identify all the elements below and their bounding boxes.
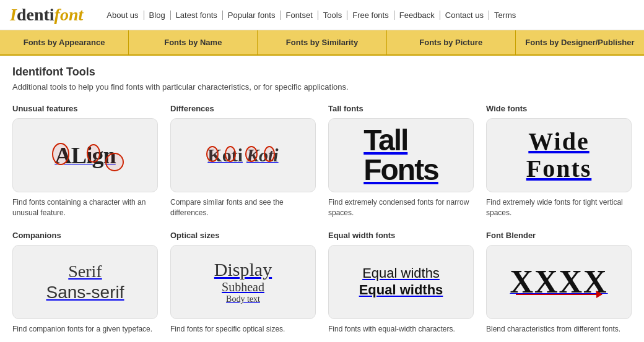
tool-card-unusual[interactable]: ALign: [12, 118, 158, 192]
tool-desc-blender: Blend characteristics from different fon…: [486, 324, 632, 335]
page-description: Additional tools to help you find fonts …: [12, 82, 632, 92]
tool-card-differences[interactable]: Koti Koti: [170, 118, 316, 192]
section-title-unusual: Unusual features: [12, 104, 158, 113]
logo-i: I: [10, 5, 17, 24]
tool-blender: Font Blender XXXX Blend characteristics …: [486, 231, 632, 335]
wide-fonts-text: WideFonts: [526, 128, 592, 182]
tool-card-unusual-img: ALign: [12, 118, 158, 192]
equal-wrap: Equal widths Equal widths: [359, 265, 443, 298]
tool-card-blender[interactable]: XXXX: [486, 245, 632, 319]
logo[interactable]: Identifont: [10, 5, 83, 25]
tool-differences: Differences Koti Koti: [170, 104, 316, 218]
header: Identifont About us Blog Latest fonts Po…: [0, 0, 644, 30]
tab-bar: Fonts by Appearance Fonts by Name Fonts …: [0, 30, 644, 56]
tool-equal: Equal width fonts Equal widths Equal wid…: [328, 231, 474, 335]
tool-tall: Tall fonts TallFonts Find extremely cond…: [328, 104, 474, 218]
page-title: Identifont Tools: [12, 66, 632, 79]
tool-card-blender-img: XXXX: [486, 245, 632, 319]
tool-unusual: Unusual features ALign Find fonts contai…: [12, 104, 158, 218]
tab-designer[interactable]: Fonts by Designer/Publisher: [516, 30, 644, 54]
tool-card-equal[interactable]: Equal widths Equal widths: [328, 245, 474, 319]
serif-sans-text: Serif Sans-serif: [46, 261, 124, 302]
blender-wrap: XXXX: [510, 263, 607, 300]
blender-arrow: [516, 294, 601, 295]
section-title-equal: Equal width fonts: [328, 231, 474, 240]
sans-line: Sans-serif: [46, 282, 124, 303]
section-title-optical: Optical sizes: [170, 231, 316, 240]
tool-card-companions-img: Serif Sans-serif: [12, 245, 158, 319]
nav-contact[interactable]: Contact us: [440, 11, 489, 20]
tool-desc-differences: Compare similar fonts and see the differ…: [170, 197, 316, 218]
section-title-tall: Tall fonts: [328, 104, 474, 113]
serif-line: Serif: [46, 261, 124, 282]
section-title-companions: Companions: [12, 231, 158, 240]
nav-tools[interactable]: Tools: [318, 11, 347, 20]
tool-optical: Optical sizes Display Subhead Body text …: [170, 231, 316, 335]
nav-fontset[interactable]: Fontset: [281, 11, 318, 20]
section-title-differences: Differences: [170, 104, 316, 113]
section-title-blender: Font Blender: [486, 231, 632, 240]
optical-display: Display: [214, 259, 272, 280]
nav-free[interactable]: Free fonts: [347, 11, 394, 20]
nav-latest[interactable]: Latest fonts: [171, 11, 223, 20]
tool-card-differences-img: Koti Koti: [170, 118, 316, 192]
tool-wide: Wide fonts WideFonts Find extremely wide…: [486, 104, 632, 218]
tab-picture[interactable]: Fonts by Picture: [387, 30, 516, 54]
tool-card-companions[interactable]: Serif Sans-serif: [12, 245, 158, 319]
tab-name[interactable]: Fonts by Name: [129, 30, 258, 54]
tool-desc-equal: Find fonts with equal-width characters.: [328, 324, 474, 335]
section-title-wide: Wide fonts: [486, 104, 632, 113]
tools-grid: Unusual features ALign Find fonts contai…: [12, 104, 632, 334]
logo-font: font: [54, 5, 84, 24]
nav-feedback[interactable]: Feedback: [394, 11, 440, 20]
tool-card-optical[interactable]: Display Subhead Body text: [170, 245, 316, 319]
main-content: Identifont Tools Additional tools to hel…: [0, 56, 644, 342]
nav-terms[interactable]: Terms: [489, 11, 521, 20]
tall-fonts-text: TallFonts: [363, 126, 438, 185]
optical-subhead: Subhead: [214, 280, 272, 294]
tool-card-optical-img: Display Subhead Body text: [170, 245, 316, 319]
tool-desc-tall: Find extremely condensed fonts for narro…: [328, 197, 474, 218]
tool-desc-optical: Find fonts for specific optical sizes.: [170, 324, 316, 335]
tool-card-tall[interactable]: TallFonts: [328, 118, 474, 192]
tool-card-wide-img: WideFonts: [486, 118, 632, 192]
tab-similarity[interactable]: Fonts by Similarity: [258, 30, 386, 54]
tool-card-equal-img: Equal widths Equal widths: [328, 245, 474, 319]
tool-card-wide[interactable]: WideFonts: [486, 118, 632, 192]
tool-desc-unusual: Find fonts containing a character with a…: [12, 197, 158, 218]
optical-body: Body text: [214, 294, 272, 304]
tab-appearance[interactable]: Fonts by Appearance: [0, 30, 129, 54]
nav-popular[interactable]: Popular fonts: [223, 11, 281, 20]
nav-blog[interactable]: Blog: [144, 11, 171, 20]
tool-card-tall-img: TallFonts: [328, 118, 474, 192]
tool-desc-companions: Find companion fonts for a given typefac…: [12, 324, 158, 335]
equal-line1: Equal widths: [359, 265, 443, 281]
equal-line2: Equal widths: [359, 282, 443, 298]
nav-about[interactable]: About us: [102, 11, 144, 20]
optical-wrap: Display Subhead Body text: [214, 259, 272, 304]
tool-companions: Companions Serif Sans-serif Find compani…: [12, 231, 158, 335]
tool-desc-wide: Find extremely wide fonts for tight vert…: [486, 197, 632, 218]
main-nav: About us Blog Latest fonts Popular fonts…: [102, 11, 521, 20]
